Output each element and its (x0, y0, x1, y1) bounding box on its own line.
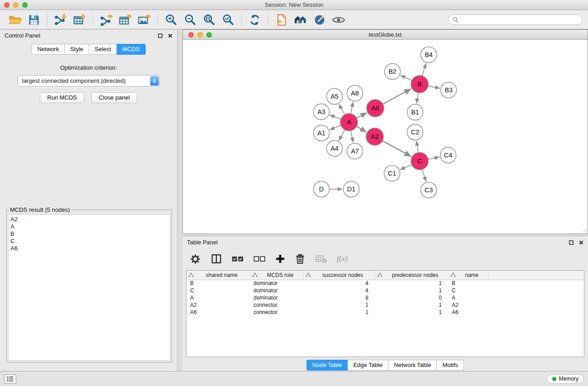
zoom-fit-button[interactable] (201, 12, 218, 28)
cell-predecessor-nodes[interactable]: 1 (375, 280, 448, 287)
column-header-predecessor-nodes[interactable]: predecessor nodes (375, 271, 448, 280)
home-view-button[interactable] (292, 12, 309, 28)
cell-shared-name[interactable]: A (186, 294, 250, 301)
search-box[interactable] (448, 14, 583, 25)
tab-mcds[interactable]: MCDS (117, 44, 145, 55)
result-item[interactable]: A6 (10, 245, 168, 252)
tab-motifs[interactable]: Motifs (437, 360, 464, 371)
create-column-button[interactable] (275, 254, 285, 264)
export-table-button[interactable] (117, 12, 134, 28)
result-item[interactable]: A (10, 223, 168, 230)
zoom-out-button[interactable] (182, 12, 199, 28)
export-network-button[interactable] (98, 12, 115, 28)
cell-mcds-role[interactable]: connector (250, 301, 303, 309)
graph-node-D1[interactable]: D1 (344, 181, 359, 197)
tab-style[interactable]: Style (65, 44, 89, 55)
graph-node-B4[interactable]: B4 (421, 47, 437, 63)
memory-button[interactable]: Memory (547, 374, 584, 384)
search-input[interactable] (461, 16, 578, 23)
table-row[interactable]: A2 connector 1 1 A2 (186, 301, 584, 309)
save-session-button[interactable] (25, 12, 43, 28)
cell-successor-nodes[interactable]: 4 (303, 287, 375, 294)
network-close-button[interactable] (188, 32, 194, 38)
graph-node-B3[interactable]: B3 (441, 82, 457, 98)
tab-network-table[interactable]: Network Table (388, 360, 437, 371)
cell-shared-name[interactable]: C (186, 287, 250, 294)
float-panel-button[interactable] (158, 33, 163, 38)
graph-node-A8[interactable]: A8 (347, 86, 363, 101)
table-settings-button[interactable] (190, 253, 201, 265)
column-header-shared-name[interactable]: shared name (186, 271, 250, 280)
tab-select[interactable]: Select (89, 44, 117, 55)
run-mcds-button[interactable]: Run MCDS (40, 92, 84, 103)
result-item[interactable]: C (10, 238, 168, 245)
result-item[interactable]: B (10, 230, 168, 238)
network-canvas[interactable]: AA1A2A3A4A5A6A7A8BB1B2B3B4CC1C2C3C4DD1 (183, 40, 588, 233)
mcds-result-list[interactable]: A2 A B C A6 (8, 214, 170, 361)
open-session-button[interactable] (6, 12, 24, 28)
cell-shared-name[interactable]: B (186, 280, 250, 287)
graph-node-B2[interactable]: B2 (385, 64, 401, 80)
close-panel-button[interactable] (168, 33, 172, 38)
close-window-button[interactable] (4, 2, 10, 8)
graph-node-A7[interactable]: A7 (347, 143, 363, 159)
graph-node-C[interactable]: C (411, 152, 428, 170)
graph-node-A5[interactable]: A5 (327, 89, 343, 105)
cell-predecessor-nodes[interactable]: 1 (375, 301, 448, 309)
cell-predecessor-nodes[interactable]: 1 (375, 287, 448, 294)
table-row[interactable]: A6 connector 1 1 A6 (186, 309, 584, 316)
cell-shared-name[interactable]: A6 (186, 309, 250, 316)
cell-predecessor-nodes[interactable]: 0 (375, 294, 448, 301)
cell-name[interactable]: A6 (448, 309, 488, 316)
import-network-button[interactable] (52, 12, 69, 28)
cell-predecessor-nodes[interactable]: 1 (375, 309, 448, 316)
function-builder-button[interactable]: f(x) (337, 254, 348, 263)
resize-grip-icon[interactable] (582, 228, 587, 233)
table-row[interactable]: A dominator 8 0 A (186, 294, 584, 301)
cell-mcds-role[interactable]: dominator (250, 280, 303, 287)
cell-successor-nodes[interactable]: 1 (303, 309, 375, 316)
graph-node-A[interactable]: A (340, 114, 358, 131)
graph-node-C4[interactable]: C4 (440, 148, 456, 163)
graph-node-A1[interactable]: A1 (314, 125, 330, 141)
float-table-panel-button[interactable] (569, 240, 574, 245)
criterion-dropdown[interactable]: largest connected component (directed) (18, 75, 160, 86)
table-row[interactable]: C dominator 4 1 C (186, 287, 584, 294)
cell-name[interactable]: B (448, 280, 488, 287)
graph-node-A6[interactable]: A6 (367, 100, 384, 117)
result-item[interactable]: A2 (10, 216, 168, 223)
network-minimize-button[interactable] (197, 32, 203, 38)
annotation-button[interactable] (311, 12, 328, 28)
document-page-button[interactable] (273, 12, 290, 28)
cell-name[interactable]: A (448, 294, 488, 301)
cell-successor-nodes[interactable]: 4 (303, 280, 375, 287)
table-row[interactable]: B dominator 4 1 B (186, 280, 584, 287)
cell-shared-name[interactable]: A2 (186, 301, 250, 309)
graph-node-B1[interactable]: B1 (407, 105, 423, 120)
task-history-button[interactable] (4, 374, 16, 384)
tab-edge-table[interactable]: Edge Table (348, 360, 388, 371)
tab-node-table[interactable]: Node Table (306, 360, 348, 371)
column-header-successor-nodes[interactable]: successor nodes (303, 271, 375, 280)
delete-table-button[interactable] (315, 254, 327, 263)
refresh-button[interactable] (246, 12, 263, 28)
cell-name[interactable]: C (448, 287, 488, 294)
cell-mcds-role[interactable]: connector (250, 309, 303, 316)
graph-node-D[interactable]: D (314, 181, 330, 197)
cell-mcds-role[interactable]: dominator (250, 287, 303, 294)
column-header-mcds-role[interactable]: MCDS role (250, 271, 303, 280)
show-columns-button[interactable] (211, 253, 222, 264)
network-zoom-button[interactable] (206, 32, 212, 38)
select-all-columns-button[interactable] (232, 255, 244, 263)
graph-node-A2[interactable]: A2 (366, 128, 383, 145)
zoom-in-button[interactable] (163, 12, 180, 28)
cell-successor-nodes[interactable]: 1 (303, 301, 375, 309)
graph-node-C2[interactable]: C2 (407, 124, 423, 140)
close-table-panel-button[interactable] (579, 240, 583, 245)
unselect-all-columns-button[interactable] (253, 255, 265, 263)
export-image-button[interactable] (136, 12, 153, 28)
graph-node-B[interactable]: B (411, 76, 428, 93)
column-header-name[interactable]: name (448, 271, 488, 280)
close-panel-push-button[interactable]: Close panel (91, 92, 137, 103)
zoom-window-button[interactable] (22, 2, 28, 8)
